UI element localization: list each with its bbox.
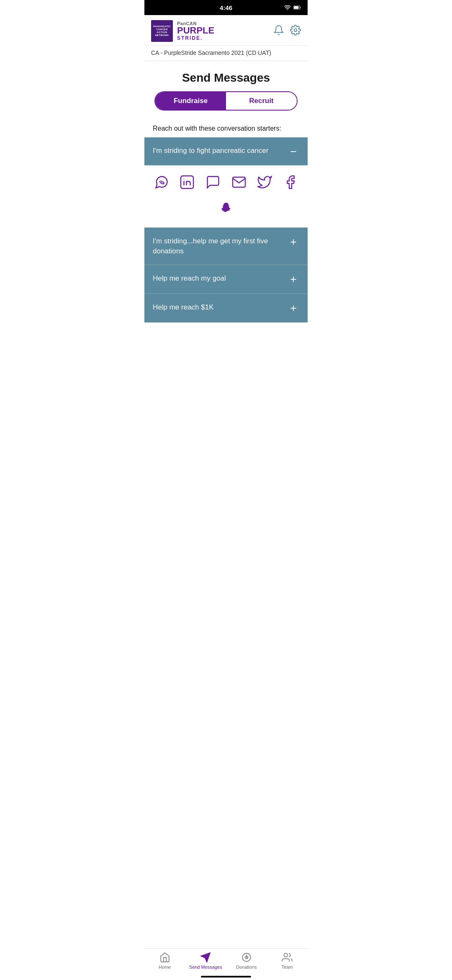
sub-header: CA - PurpleStride Sacramento 2021 (CD UA…: [144, 46, 308, 61]
notification-icon[interactable]: [273, 25, 284, 37]
whatsapp-icon[interactable]: [152, 172, 172, 192]
message-card-3[interactable]: Help me reach $1K: [144, 294, 308, 322]
svg-point-0: [287, 9, 288, 10]
page-title: Send Messages: [144, 61, 308, 91]
message-text-3: Help me reach $1K: [153, 302, 282, 312]
expand-icon-1[interactable]: [288, 236, 299, 248]
starters-label: Reach out with these conversation starte…: [144, 119, 308, 137]
social-icons-row: [144, 165, 308, 199]
linkedin-icon[interactable]: [177, 172, 197, 192]
message-text-0: I'm striding to fight pancreatic cancer: [153, 146, 282, 156]
status-bar: 4:46: [144, 0, 308, 15]
svg-point-3: [294, 29, 297, 32]
svg-rect-5: [181, 176, 193, 188]
expand-icon-2[interactable]: [288, 273, 299, 285]
messages-area: I'm striding to fight pancreatic cancer: [144, 137, 308, 322]
message-card-2[interactable]: Help me reach my goal: [144, 265, 308, 294]
message-type-toggle[interactable]: Fundraise Recruit: [154, 91, 298, 111]
recruit-tab[interactable]: Recruit: [226, 92, 297, 110]
messages-icon[interactable]: [203, 172, 223, 192]
fundraise-tab[interactable]: Fundraise: [155, 92, 226, 110]
logo-area: PANCREATICCANCERACTIONNETWORK PanCAN PUR…: [151, 20, 214, 42]
settings-icon[interactable]: [290, 25, 301, 37]
logo-text: PanCAN PURPLE STRIDE.: [177, 21, 214, 41]
header-icons: [273, 25, 301, 37]
facebook-icon[interactable]: [280, 172, 300, 192]
status-icons: [284, 5, 301, 10]
message-card-0[interactable]: I'm striding to fight pancreatic cancer: [144, 137, 308, 165]
logo-box: PANCREATICCANCERACTIONNETWORK: [151, 20, 173, 42]
expand-icon-3[interactable]: [288, 302, 299, 314]
message-text-1: I'm striding...help me get my first five…: [153, 236, 282, 256]
purple-label: PURPLE: [177, 26, 214, 35]
svg-rect-2: [294, 6, 298, 9]
message-text-2: Help me reach my goal: [153, 273, 282, 284]
event-name: CA - PurpleStride Sacramento 2021 (CD UA…: [151, 49, 271, 56]
message-card-1[interactable]: I'm striding...help me get my first five…: [144, 227, 308, 265]
app-header: PANCREATICCANCERACTIONNETWORK PanCAN PUR…: [144, 15, 308, 46]
collapse-icon-0[interactable]: [288, 146, 299, 157]
social-row-2: [144, 199, 308, 227]
stride-label: STRIDE.: [177, 35, 214, 41]
twitter-icon[interactable]: [254, 172, 275, 192]
snapchat-icon[interactable]: [216, 199, 236, 219]
status-time: 4:46: [220, 4, 232, 11]
email-icon[interactable]: [229, 172, 249, 192]
